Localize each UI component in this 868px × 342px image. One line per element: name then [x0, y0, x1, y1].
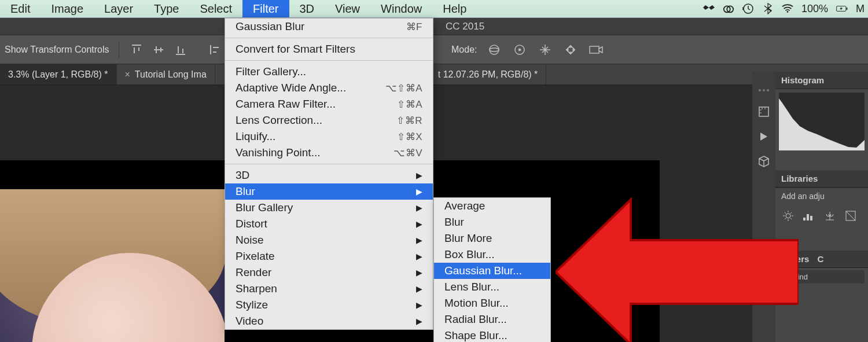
- submenu-arrow-icon: ▶: [416, 284, 422, 293]
- menu-item-label: Gaussian Blur: [236, 20, 304, 33]
- search-icon: [784, 274, 790, 281]
- mode-label: Mode:: [451, 45, 477, 55]
- submenu-arrow-icon: ▶: [416, 219, 422, 229]
- align-vcenter-icon[interactable]: [150, 42, 167, 58]
- menu-item-shape-blur[interactable]: Shape Blur...: [434, 328, 550, 342]
- menu-edit[interactable]: Edit: [0, 0, 41, 17]
- submenu-item-pixelate[interactable]: Pixelate▶: [225, 248, 433, 264]
- wifi-icon[interactable]: [782, 3, 793, 14]
- time-machine-icon[interactable]: [742, 3, 754, 14]
- layers-tab[interactable]: Layers: [781, 254, 809, 264]
- menu-divider: [225, 60, 433, 61]
- menu-item-label: Lens Correction...: [236, 114, 322, 127]
- submenu-item-blur[interactable]: Blur▶: [225, 183, 433, 200]
- svg-point-3: [787, 11, 789, 13]
- ruler-icon[interactable]: [757, 105, 770, 120]
- swatch-icon[interactable]: [844, 209, 858, 223]
- panel-grip-icon[interactable]: [752, 89, 775, 94]
- document-tab[interactable]: × Tutorial Long Ima: [117, 64, 215, 84]
- menu-item-filter-gallery[interactable]: Filter Gallery...: [225, 64, 433, 80]
- menu-item-convert-smart[interactable]: Convert for Smart Filters: [225, 41, 433, 57]
- submenu-item-sharpen[interactable]: Sharpen▶: [225, 281, 433, 297]
- submenu-item-render[interactable]: Render▶: [225, 264, 433, 281]
- 3d-roll-icon[interactable]: [512, 42, 528, 58]
- menu-item-box-blur[interactable]: Box Blur...: [434, 247, 550, 263]
- menu-select[interactable]: Select: [189, 0, 242, 17]
- submenu-item-video[interactable]: Video▶: [225, 313, 433, 329]
- bluetooth-icon[interactable]: [762, 3, 774, 14]
- add-adjustment-label: Add an adju: [775, 187, 868, 204]
- balance-icon[interactable]: [823, 209, 837, 223]
- histogram-panel-tab[interactable]: Histogram: [775, 72, 868, 89]
- blur-submenu: Average Blur Blur More Box Blur... Gauss…: [433, 197, 551, 342]
- close-icon[interactable]: ×: [125, 69, 130, 80]
- show-transform-controls-label[interactable]: Show Transform Controls: [5, 45, 109, 55]
- submenu-item-3d[interactable]: 3D▶: [225, 167, 433, 183]
- menu-item-vanishing-point[interactable]: Vanishing Point...⌥⌘V: [225, 145, 433, 161]
- menu-item-camera-raw[interactable]: Camera Raw Filter...⇧⌘A: [225, 96, 433, 112]
- tab-label: Tutorial Long Ima: [135, 69, 207, 80]
- 3d-camera-icon[interactable]: [588, 42, 604, 58]
- menu-item-shortcut: ⌥⇧⌘A: [385, 82, 422, 94]
- document-tab[interactable]: 3.3% (Layer 1, RGB/8) *: [0, 64, 117, 84]
- menu-item-blur[interactable]: Blur: [434, 214, 550, 230]
- submenu-item-distort[interactable]: Distort▶: [225, 216, 433, 232]
- battery-percent-label: 100%: [801, 3, 828, 15]
- submenu-item-blur-gallery[interactable]: Blur Gallery▶: [225, 200, 433, 216]
- menu-view[interactable]: View: [325, 0, 370, 17]
- document-tab[interactable]: t 12.07.26 PM, RGB/8) *: [429, 64, 547, 84]
- layer-filter-kind[interactable]: Kind: [779, 270, 865, 284]
- options-bar: Show Transform Controls Mode:: [0, 35, 868, 64]
- app-titlebar: CC 2015: [0, 18, 868, 35]
- menu-item-shortcut: ⇧⌘X: [397, 131, 422, 143]
- submenu-item-noise[interactable]: Noise▶: [225, 232, 433, 248]
- svg-point-17: [784, 274, 789, 279]
- dropbox-icon[interactable]: [703, 3, 715, 14]
- cube-icon[interactable]: [757, 155, 770, 170]
- libraries-panel-tab[interactable]: Libraries: [775, 170, 868, 187]
- brightness-icon[interactable]: [781, 209, 795, 223]
- menu-item-adaptive-wide-angle[interactable]: Adaptive Wide Angle...⌥⇧⌘A: [225, 80, 433, 96]
- submenu-item-stylize[interactable]: Stylize▶: [225, 297, 433, 313]
- menu-window[interactable]: Window: [370, 0, 432, 17]
- menu-image[interactable]: Image: [41, 0, 94, 17]
- align-bottom-icon[interactable]: [172, 42, 189, 58]
- menu-item-shortcut: ⌥⌘V: [393, 147, 422, 159]
- submenu-arrow-icon: ▶: [416, 317, 422, 326]
- menu-item-blur-more[interactable]: Blur More: [434, 230, 550, 247]
- levels-icon[interactable]: [802, 209, 816, 223]
- svg-point-12: [786, 214, 790, 218]
- menu-item-radial-blur[interactable]: Radial Blur...: [434, 311, 550, 328]
- play-icon[interactable]: [759, 131, 769, 144]
- 3d-slide-icon[interactable]: [562, 42, 579, 58]
- menu-item-lens-blur[interactable]: Lens Blur...: [434, 279, 550, 295]
- menu-help[interactable]: Help: [432, 0, 477, 17]
- svg-rect-11: [759, 107, 768, 116]
- menu-type[interactable]: Type: [144, 0, 189, 17]
- svg-rect-13: [803, 218, 806, 220]
- menu-item-label: Blur More: [444, 232, 492, 245]
- menu-filter[interactable]: Filter: [242, 0, 289, 17]
- menu-layer[interactable]: Layer: [94, 0, 144, 17]
- 3d-pan-icon[interactable]: [537, 42, 553, 58]
- align-left-icon[interactable]: [207, 42, 223, 58]
- channels-tab[interactable]: C: [817, 254, 823, 264]
- menu-item-average[interactable]: Average: [434, 198, 550, 214]
- menu-item-label: Pixelate: [236, 250, 275, 263]
- menu-item-lens-correction[interactable]: Lens Correction...⇧⌘R: [225, 112, 433, 128]
- align-top-icon[interactable]: [128, 42, 145, 58]
- menu-item-gaussian-blur[interactable]: Gaussian Blur...: [434, 263, 550, 279]
- menu-item-last-filter[interactable]: Gaussian Blur ⌘F: [225, 19, 433, 35]
- menu-item-label: Blur: [236, 185, 255, 198]
- menu-item-label: Adaptive Wide Angle...: [236, 82, 346, 94]
- svg-point-9: [518, 49, 521, 51]
- menu-item-liquify[interactable]: Liquify...⇧⌘X: [225, 128, 433, 145]
- menu-3d[interactable]: 3D: [289, 0, 325, 17]
- 3d-orbit-icon[interactable]: [486, 42, 502, 58]
- battery-charging-icon[interactable]: [836, 3, 848, 14]
- menu-item-label: Noise: [236, 234, 264, 247]
- menu-item-label: Stylize: [236, 299, 268, 311]
- creative-cloud-icon[interactable]: [723, 3, 734, 14]
- menu-divider: [225, 164, 433, 164]
- menu-item-motion-blur[interactable]: Motion Blur...: [434, 295, 550, 311]
